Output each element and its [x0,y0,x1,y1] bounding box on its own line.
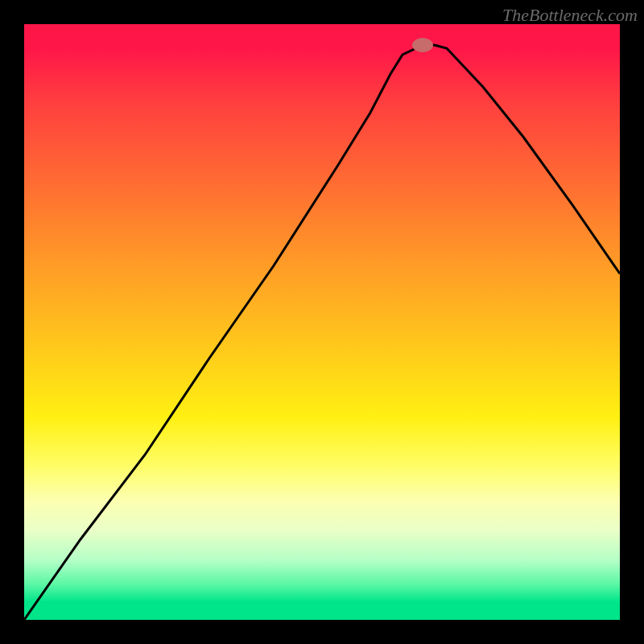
minimum-marker [412,38,433,52]
chart-frame: TheBottleneck.com [0,0,644,644]
curve-line [24,45,620,620]
attribution-text: TheBottleneck.com [502,5,638,26]
plot-area [24,24,620,620]
bottleneck-curve [24,24,620,620]
